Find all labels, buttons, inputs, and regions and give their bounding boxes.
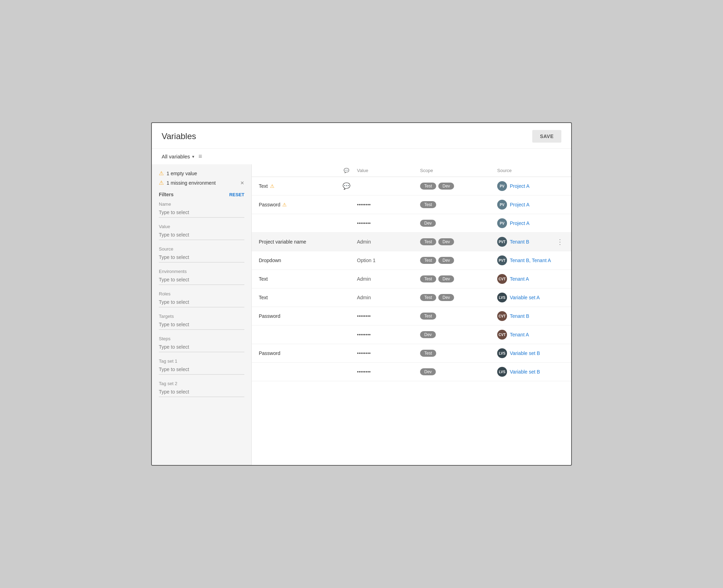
filter-tag-set-1-input[interactable]: [159, 365, 244, 375]
cell-source: PVProject A: [497, 218, 554, 228]
comment-bubble-icon: 💬: [343, 182, 350, 190]
table-body: Text⚠💬TestDevPVProject APassword⚠•••••••…: [252, 177, 571, 381]
table-row[interactable]: DropdownOption 1TestDevPVTTenant B, Tena…: [252, 251, 571, 270]
save-button[interactable]: SAVE: [532, 130, 561, 143]
table-row[interactable]: Text⚠💬TestDevPVProject A: [252, 177, 571, 196]
chevron-down-icon: ▾: [192, 154, 194, 159]
filter-icon[interactable]: ≡: [198, 153, 202, 160]
table-row[interactable]: Password••••••••TestCVTTenant B: [252, 307, 571, 326]
filter-environments-label: Environments: [159, 269, 244, 274]
cell-actions: ⋮: [554, 238, 564, 246]
scope-badge: Test: [420, 350, 436, 357]
cell-scope: Test: [420, 350, 497, 357]
source-avatar: CVT: [497, 330, 507, 340]
table-row[interactable]: Project variable nameAdminTestDevPVTTena…: [252, 233, 571, 251]
cell-name: Password: [259, 313, 336, 319]
source-avatar: PVT: [497, 237, 507, 247]
warning-icon: ⚠: [270, 183, 275, 189]
source-avatar: LVS: [497, 348, 507, 358]
table-header: 💬 Value Scope Source: [252, 164, 571, 177]
source-name[interactable]: Tenant A: [510, 276, 529, 282]
table-row[interactable]: Password⚠••••••••TestPVProject A: [252, 196, 571, 214]
source-name[interactable]: Project A: [510, 220, 529, 226]
cell-source: PVTTenant B: [497, 237, 554, 247]
cell-source: CVTTenant B: [497, 311, 554, 321]
scope-badge: Dev: [438, 238, 454, 245]
filter-roles-label: Roles: [159, 291, 244, 296]
scope-badge: Dev: [438, 275, 454, 282]
filter-name-input[interactable]: [159, 208, 244, 218]
source-name[interactable]: Tenant B, Tenant A: [510, 258, 551, 263]
cell-source: LVSVariable set A: [497, 293, 554, 302]
more-actions-button[interactable]: ⋮: [556, 238, 564, 246]
col-header-source: Source: [497, 168, 554, 173]
source-avatar: CVT: [497, 274, 507, 284]
cell-value: Option 1: [357, 258, 420, 263]
page-title: Variables: [162, 131, 196, 141]
alert-missing-env[interactable]: ⚠ 1 missing environment ✕: [159, 179, 244, 186]
source-name[interactable]: Project A: [510, 202, 529, 207]
source-avatar: PV: [497, 218, 507, 228]
table-row[interactable]: ••••••••DevLVSVariable set B: [252, 363, 571, 381]
filter-value: Value: [159, 224, 244, 240]
all-variables-dropdown[interactable]: All variables ▾: [162, 153, 194, 159]
filter-tag-set-1: Tag set 1: [159, 358, 244, 375]
scope-badge: Dev: [438, 183, 454, 190]
filters-header: Filters RESET: [159, 192, 244, 197]
table-area: 💬 Value Scope Source Text⚠💬TestDevPVProj…: [252, 164, 571, 465]
filter-source-label: Source: [159, 246, 244, 252]
source-name[interactable]: Tenant B: [510, 313, 529, 319]
filter-name: Name: [159, 201, 244, 218]
cell-name: Text: [259, 295, 336, 300]
reset-button[interactable]: RESET: [229, 192, 244, 197]
alert-empty-value[interactable]: ⚠ 1 empty value: [159, 170, 244, 177]
scope-badge: Test: [420, 183, 436, 190]
main-content: ⚠ 1 empty value ⚠ 1 missing environment …: [152, 164, 571, 465]
filter-steps-input[interactable]: [159, 343, 244, 352]
table-row[interactable]: TextAdminTestDevCVTTenant A: [252, 270, 571, 288]
sidebar: ⚠ 1 empty value ⚠ 1 missing environment …: [152, 164, 252, 465]
table-row[interactable]: ••••••••DevPVProject A: [252, 214, 571, 233]
source-name[interactable]: Variable set A: [510, 295, 540, 300]
scope-badge: Test: [420, 257, 436, 264]
cell-value: Admin: [357, 239, 420, 245]
source-avatar: PV: [497, 181, 507, 191]
cell-scope: Test: [420, 313, 497, 320]
alert-empty-label: 1 empty value: [167, 171, 197, 176]
scope-badge: Dev: [420, 331, 436, 338]
cell-name: Project variable name: [259, 239, 336, 245]
col-header-comment: 💬: [336, 168, 357, 173]
cell-source: PVProject A: [497, 181, 554, 191]
cell-scope: Dev: [420, 368, 497, 375]
filter-tag-set-1-label: Tag set 1: [159, 358, 244, 364]
filter-tag-set-2-input[interactable]: [159, 388, 244, 397]
table-row[interactable]: ••••••••DevCVTTenant A: [252, 326, 571, 344]
cell-scope: Dev: [420, 331, 497, 338]
source-avatar: PVT: [497, 255, 507, 265]
source-avatar: PV: [497, 200, 507, 210]
cell-source: CVTTenant A: [497, 330, 554, 340]
filter-roles-input[interactable]: [159, 298, 244, 307]
table-row[interactable]: Password••••••••TestLVSVariable set B: [252, 344, 571, 363]
source-name[interactable]: Project A: [510, 183, 529, 189]
source-name[interactable]: Tenant A: [510, 332, 529, 337]
filter-environments-input[interactable]: [159, 275, 244, 285]
cell-value: ••••••••: [357, 369, 420, 375]
filter-roles: Roles: [159, 291, 244, 307]
scope-badge: Test: [420, 201, 436, 208]
filter-targets-input[interactable]: [159, 320, 244, 330]
table-row[interactable]: TextAdminTestDevLVSVariable set A: [252, 288, 571, 307]
col-header-name: [259, 168, 336, 173]
dismiss-icon[interactable]: ✕: [240, 180, 244, 186]
filter-name-label: Name: [159, 201, 244, 207]
filter-value-input[interactable]: [159, 231, 244, 240]
app-window: Variables SAVE All variables ▾ ≡ ⚠ 1 emp…: [151, 122, 572, 466]
filters-label: Filters: [159, 192, 174, 197]
source-name[interactable]: Variable set B: [510, 350, 540, 356]
source-avatar: LVS: [497, 367, 507, 377]
source-name[interactable]: Variable set B: [510, 369, 540, 375]
all-variables-label: All variables: [162, 153, 190, 159]
scope-badge: Dev: [438, 257, 454, 264]
filter-source-input[interactable]: [159, 253, 244, 262]
source-name[interactable]: Tenant B: [510, 239, 529, 245]
